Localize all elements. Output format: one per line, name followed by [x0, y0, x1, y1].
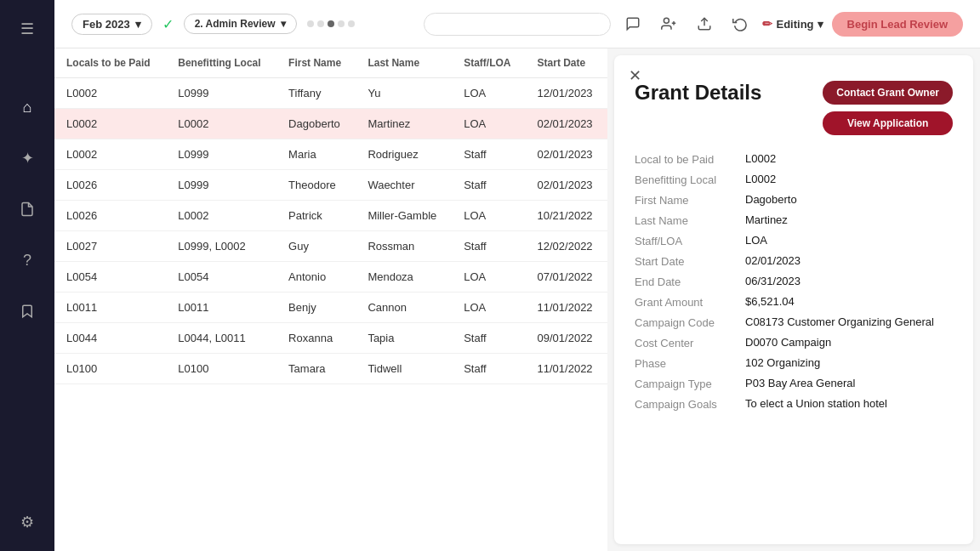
cell-last-name: Yu: [356, 78, 452, 109]
upload-icon[interactable]: [691, 10, 718, 37]
editing-button[interactable]: ✏ Editing ▾: [762, 17, 823, 31]
chat-icon[interactable]: [619, 10, 647, 37]
cell-last-name: Rodriguez: [356, 139, 452, 170]
field-value: Dagoberto: [745, 193, 797, 206]
cell-locals-paid: L0026: [54, 201, 166, 231]
step-dot-4: [338, 20, 345, 27]
field-row: First Name Dagoberto: [635, 193, 953, 207]
field-value: L0002: [745, 152, 776, 165]
table-row[interactable]: L0002 L0999 Maria Rodriguez Staff 02/01/…: [54, 139, 607, 170]
cell-locals-paid: L0100: [54, 354, 166, 384]
field-label: Campaign Code: [635, 315, 745, 329]
view-application-button[interactable]: View Application: [823, 111, 953, 135]
cell-staff-loa: Staff: [452, 231, 525, 262]
step-complete-icon: ✓: [162, 16, 174, 32]
cell-first-name: Antonio: [276, 262, 356, 293]
table-row[interactable]: L0044 L0044, L0011 Roxanna Tapia Staff 0…: [54, 323, 607, 354]
sidebar: ☰ ⌂ ✦ ? ⚙: [0, 0, 54, 551]
table-row[interactable]: L0002 L0999 Tiffany Yu LOA 12/01/2023: [54, 78, 607, 109]
help-icon[interactable]: ?: [12, 245, 43, 276]
field-label: Campaign Type: [635, 377, 745, 390]
field-row: Grant Amount $6,521.04: [635, 295, 953, 309]
begin-review-button[interactable]: Begin Lead Review: [832, 12, 963, 37]
editing-label: Editing: [776, 18, 813, 31]
cell-start-date: 02/01/2023: [526, 139, 607, 170]
step-dot-1: [307, 20, 314, 27]
cell-start-date: 02/01/2023: [526, 109, 607, 139]
settings-icon[interactable]: ⚙: [12, 507, 43, 537]
cell-first-name: Roxanna: [276, 323, 356, 354]
table-row[interactable]: L0011 L0011 Benjy Cannon LOA 11/01/2022: [54, 293, 607, 323]
field-value: $6,521.04: [745, 295, 795, 308]
field-label: Start Date: [635, 254, 745, 268]
field-value: P03 Bay Area General: [745, 377, 855, 389]
table-row[interactable]: L0054 L0054 Antonio Mendoza LOA 07/01/20…: [54, 262, 607, 293]
cell-start-date: 11/01/2022: [526, 354, 607, 384]
table-row[interactable]: L0100 L0100 Tamara Tidwell Staff 11/01/2…: [54, 354, 607, 384]
step-label: 2. Admin Review: [195, 18, 276, 30]
col-first-name: First Name: [276, 48, 356, 78]
table-row[interactable]: L0027 L0999, L0002 Guy Rossman Staff 12/…: [54, 231, 607, 262]
cell-last-name: Miller-Gamble: [356, 201, 452, 231]
col-benefitting: Benefitting Local: [166, 48, 276, 78]
bookmark-icon[interactable]: [12, 296, 43, 327]
close-icon[interactable]: ✕: [624, 65, 645, 86]
cell-first-name: Tiffany: [276, 78, 356, 109]
home-icon[interactable]: ⌂: [12, 92, 43, 122]
cell-locals-paid: L0044: [54, 323, 166, 354]
add-user-icon[interactable]: [655, 10, 682, 37]
cell-staff-loa: Staff: [452, 170, 525, 201]
history-icon[interactable]: [726, 10, 754, 37]
menu-icon[interactable]: ☰: [12, 14, 43, 44]
cell-start-date: 12/02/2022: [526, 231, 607, 262]
cell-start-date: 11/01/2022: [526, 293, 607, 323]
field-label: Phase: [635, 356, 745, 370]
table-row[interactable]: L0002 L0002 Dagoberto Martinez LOA 02/01…: [54, 109, 607, 139]
field-label: First Name: [635, 193, 745, 207]
cell-first-name: Theodore: [276, 170, 356, 201]
cell-benefitting: L0999, L0002: [166, 231, 276, 262]
field-label: Campaign Goals: [635, 397, 745, 411]
cell-benefitting: L0999: [166, 170, 276, 201]
cell-staff-loa: Staff: [452, 354, 525, 384]
editing-chevron-icon: ▾: [818, 18, 823, 31]
field-label: Cost Center: [635, 336, 745, 349]
cell-first-name: Dagoberto: [276, 109, 356, 139]
document-icon[interactable]: [12, 194, 43, 224]
contact-grant-owner-button[interactable]: Contact Grant Owner: [823, 81, 953, 105]
magic-icon[interactable]: ✦: [12, 143, 43, 173]
search-wrapper: 🔍: [424, 13, 611, 36]
field-label: End Date: [635, 275, 745, 288]
field-value: To elect a Union station hotel: [745, 397, 887, 410]
cell-last-name: Cannon: [356, 293, 452, 323]
table-row[interactable]: L0026 L0002 Patrick Miller-Gamble LOA 10…: [54, 201, 607, 231]
cell-benefitting: L0002: [166, 109, 276, 139]
table-panel: Locals to be Paid Benefitting Local Firs…: [54, 48, 607, 551]
cell-first-name: Patrick: [276, 201, 356, 231]
table-row[interactable]: L0026 L0999 Theodore Waechter Staff 02/0…: [54, 170, 607, 201]
field-label: Local to be Paid: [635, 152, 745, 166]
col-start-date: Start Date: [526, 48, 607, 78]
field-row: Campaign Type P03 Bay Area General: [635, 377, 953, 390]
cell-staff-loa: LOA: [452, 262, 525, 293]
cell-staff-loa: LOA: [452, 293, 525, 323]
cell-first-name: Tamara: [276, 354, 356, 384]
cell-benefitting: L0011: [166, 293, 276, 323]
detail-actions: Contact Grant Owner View Application: [823, 81, 953, 135]
field-value: LOA: [745, 234, 767, 247]
date-selector[interactable]: Feb 2023 ▾: [71, 14, 152, 35]
cell-locals-paid: L0002: [54, 139, 166, 170]
step-selector[interactable]: 2. Admin Review ▾: [184, 14, 297, 34]
chevron-down-icon: ▾: [135, 18, 141, 31]
step-dot-5: [348, 20, 355, 27]
field-value: 02/01/2023: [745, 254, 801, 267]
cell-benefitting: L0999: [166, 139, 276, 170]
field-row: Cost Center D0070 Campaign: [635, 336, 953, 349]
cell-locals-paid: L0011: [54, 293, 166, 323]
search-input[interactable]: [424, 13, 611, 36]
grants-table: Locals to be Paid Benefitting Local Firs…: [54, 48, 607, 384]
cell-first-name: Maria: [276, 139, 356, 170]
cell-locals-paid: L0002: [54, 78, 166, 109]
cell-locals-paid: L0026: [54, 170, 166, 201]
field-row: Campaign Code C08173 Customer Organizing…: [635, 315, 953, 329]
